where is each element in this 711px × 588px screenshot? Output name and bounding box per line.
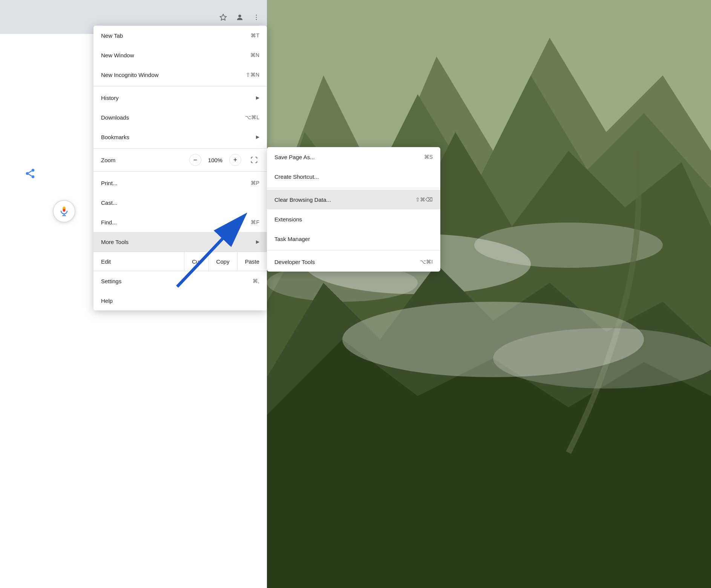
menu-item-new-incognito[interactable]: New Incognito Window ⇧⌘N	[93, 65, 267, 84]
edit-row: Edit Cut Copy Paste	[93, 252, 267, 271]
menu-item-more-tools[interactable]: More Tools ▶	[93, 232, 267, 252]
divider-2	[93, 148, 267, 149]
menu-item-save-page[interactable]: Save Page As... ⌘S	[267, 147, 440, 167]
menu-item-bookmarks[interactable]: Bookmarks ▶	[93, 127, 267, 147]
share-icon	[19, 162, 41, 185]
menu-item-create-shortcut[interactable]: Create Shortcut...	[267, 167, 440, 186]
menu-item-extensions[interactable]: Extensions	[267, 209, 440, 229]
paste-button[interactable]: Paste	[238, 252, 267, 271]
chrome-main-menu: New Tab ⌘T New Window ⌘N New Incognito W…	[93, 26, 267, 310]
menu-item-cast[interactable]: Cast...	[93, 193, 267, 212]
zoom-fullscreen-button[interactable]	[249, 155, 259, 164]
svg-line-20	[29, 171, 32, 173]
more-tools-submenu: Save Page As... ⌘S Create Shortcut... Cl…	[267, 147, 440, 272]
svg-line-19	[29, 174, 32, 176]
svg-point-12	[238, 15, 241, 17]
svg-point-18	[32, 175, 35, 178]
svg-point-16	[32, 169, 35, 172]
share-icon-area	[19, 162, 41, 185]
menu-item-new-window[interactable]: New Window ⌘N	[93, 45, 267, 65]
menu-item-clear-browsing[interactable]: Clear Browsing Data... ⇧⌘⌫	[267, 190, 440, 209]
background-scene	[267, 0, 711, 588]
cut-button[interactable]: Cut	[184, 252, 208, 271]
svg-point-10	[493, 328, 711, 388]
mic-icon-area	[53, 200, 75, 223]
menu-item-downloads[interactable]: Downloads ⌥⌘L	[93, 107, 267, 127]
zoom-controls: − 100% +	[189, 154, 259, 166]
zoom-plus-button[interactable]: +	[229, 154, 241, 166]
menu-item-task-manager[interactable]: Task Manager	[267, 229, 440, 249]
more-tools-divider-1	[267, 188, 440, 188]
zoom-minus-button[interactable]: −	[189, 154, 201, 166]
more-tools-divider-2	[267, 250, 440, 250]
menu-item-help[interactable]: Help	[93, 291, 267, 310]
divider-1	[93, 86, 267, 86]
edit-actions: Cut Copy Paste	[184, 252, 267, 271]
divider-3	[93, 171, 267, 172]
toolbar-buttons	[216, 11, 263, 24]
mic-icon	[53, 200, 75, 223]
menu-button[interactable]	[250, 11, 263, 24]
profile-button[interactable]	[233, 11, 247, 24]
svg-point-15	[256, 19, 257, 20]
svg-point-14	[256, 17, 257, 18]
svg-marker-11	[220, 14, 227, 20]
menu-item-developer-tools[interactable]: Developer Tools ⌥⌘I	[267, 252, 440, 272]
svg-point-17	[26, 172, 29, 175]
menu-item-settings[interactable]: Settings ⌘,	[93, 271, 267, 291]
bookmark-button[interactable]	[216, 11, 230, 24]
zoom-percent: 100%	[206, 157, 225, 163]
svg-rect-24	[63, 207, 66, 209]
menu-item-find[interactable]: Find... ⌘F	[93, 212, 267, 232]
svg-point-13	[256, 15, 257, 16]
menu-item-print[interactable]: Print... ⌘P	[93, 173, 267, 193]
zoom-row: Zoom − 100% +	[93, 150, 267, 170]
copy-button[interactable]: Copy	[209, 252, 238, 271]
menu-item-history[interactable]: History ▶	[93, 88, 267, 107]
menu-item-new-tab[interactable]: New Tab ⌘T	[93, 26, 267, 45]
